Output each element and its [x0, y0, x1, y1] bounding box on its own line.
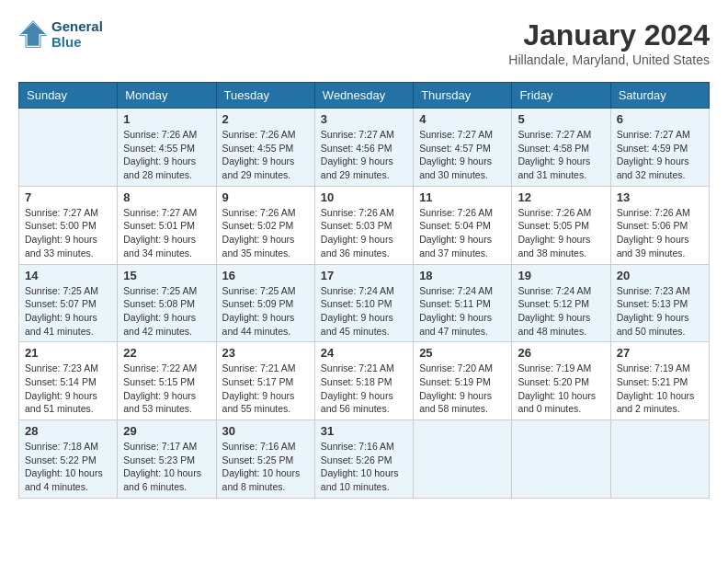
day-number: 22 [123, 346, 210, 360]
calendar-cell: 27Sunrise: 7:19 AM Sunset: 5:21 PM Dayli… [610, 342, 709, 420]
day-info: Sunrise: 7:26 AM Sunset: 5:04 PM Dayligh… [419, 206, 506, 260]
day-number: 16 [222, 269, 309, 282]
day-info: Sunrise: 7:17 AM Sunset: 5:23 PM Dayligh… [123, 440, 210, 494]
calendar-cell: 13Sunrise: 7:26 AM Sunset: 5:06 PM Dayli… [610, 186, 709, 264]
day-number: 23 [222, 346, 309, 360]
day-info: Sunrise: 7:21 AM Sunset: 5:17 PM Dayligh… [222, 362, 309, 416]
day-number: 25 [419, 346, 506, 360]
calendar-cell: 7Sunrise: 7:27 AM Sunset: 5:00 PM Daylig… [19, 186, 118, 264]
day-number: 27 [617, 346, 703, 360]
calendar-cell: 2Sunrise: 7:26 AM Sunset: 4:55 PM Daylig… [216, 109, 314, 187]
day-number: 4 [419, 112, 506, 126]
calendar-cell [512, 420, 610, 499]
calendar-cell: 19Sunrise: 7:24 AM Sunset: 5:12 PM Dayli… [512, 264, 610, 342]
calendar-cell: 20Sunrise: 7:23 AM Sunset: 5:13 PM Dayli… [610, 264, 709, 342]
calendar-cell: 9Sunrise: 7:26 AM Sunset: 5:02 PM Daylig… [216, 186, 314, 264]
calendar-cell [610, 420, 709, 499]
day-info: Sunrise: 7:25 AM Sunset: 5:08 PM Dayligh… [123, 284, 210, 339]
day-info: Sunrise: 7:26 AM Sunset: 4:55 PM Dayligh… [123, 128, 210, 182]
header-friday: Friday [512, 83, 610, 109]
day-number: 21 [25, 346, 111, 360]
calendar-cell: 18Sunrise: 7:24 AM Sunset: 5:11 PM Dayli… [414, 264, 512, 342]
day-info: Sunrise: 7:25 AM Sunset: 5:07 PM Dayligh… [25, 284, 111, 339]
calendar-cell: 24Sunrise: 7:21 AM Sunset: 5:18 PM Dayli… [314, 342, 413, 420]
day-number: 13 [617, 190, 703, 204]
day-info: Sunrise: 7:26 AM Sunset: 4:55 PM Dayligh… [222, 128, 309, 182]
calendar-week-4: 21Sunrise: 7:23 AM Sunset: 5:14 PM Dayli… [19, 342, 710, 420]
calendar-cell: 8Sunrise: 7:27 AM Sunset: 5:01 PM Daylig… [118, 186, 216, 264]
calendar-cell: 5Sunrise: 7:27 AM Sunset: 4:58 PM Daylig… [512, 109, 610, 187]
title-block: January 2024 Hillandale, Maryland, Unite… [508, 18, 710, 67]
calendar-table: SundayMondayTuesdayWednesdayThursdayFrid… [18, 82, 710, 499]
day-info: Sunrise: 7:27 AM Sunset: 4:57 PM Dayligh… [419, 128, 506, 182]
header-tuesday: Tuesday [216, 83, 314, 109]
day-info: Sunrise: 7:26 AM Sunset: 5:03 PM Dayligh… [321, 206, 407, 260]
header-sunday: Sunday [19, 83, 118, 109]
header-thursday: Thursday [414, 83, 512, 109]
day-number: 30 [222, 424, 309, 438]
header-wednesday: Wednesday [314, 83, 413, 109]
day-info: Sunrise: 7:24 AM Sunset: 5:11 PM Dayligh… [419, 284, 506, 339]
day-number: 26 [518, 346, 604, 360]
month-title: January 2024 [508, 18, 710, 52]
day-info: Sunrise: 7:24 AM Sunset: 5:10 PM Dayligh… [321, 284, 407, 339]
day-info: Sunrise: 7:19 AM Sunset: 5:20 PM Dayligh… [518, 362, 604, 416]
calendar-week-2: 7Sunrise: 7:27 AM Sunset: 5:00 PM Daylig… [19, 186, 710, 264]
logo-line1: General [51, 18, 103, 34]
calendar-cell: 3Sunrise: 7:27 AM Sunset: 4:56 PM Daylig… [314, 109, 413, 187]
logo-line2: Blue [51, 34, 103, 50]
day-number: 5 [518, 112, 604, 126]
calendar-cell: 17Sunrise: 7:24 AM Sunset: 5:10 PM Dayli… [314, 264, 413, 342]
day-info: Sunrise: 7:25 AM Sunset: 5:09 PM Dayligh… [222, 284, 309, 339]
day-number: 9 [222, 190, 309, 204]
day-info: Sunrise: 7:23 AM Sunset: 5:14 PM Dayligh… [25, 362, 111, 416]
calendar-week-5: 28Sunrise: 7:18 AM Sunset: 5:22 PM Dayli… [19, 420, 710, 499]
calendar-cell: 11Sunrise: 7:26 AM Sunset: 5:04 PM Dayli… [414, 186, 512, 264]
calendar-cell: 14Sunrise: 7:25 AM Sunset: 5:07 PM Dayli… [19, 264, 118, 342]
day-number: 2 [222, 112, 309, 126]
day-number: 11 [419, 190, 506, 204]
calendar-week-1: 1Sunrise: 7:26 AM Sunset: 4:55 PM Daylig… [19, 109, 710, 187]
calendar-cell: 21Sunrise: 7:23 AM Sunset: 5:14 PM Dayli… [19, 342, 118, 420]
calendar-cell: 15Sunrise: 7:25 AM Sunset: 5:08 PM Dayli… [118, 264, 216, 342]
calendar-week-3: 14Sunrise: 7:25 AM Sunset: 5:07 PM Dayli… [19, 264, 710, 342]
day-info: Sunrise: 7:27 AM Sunset: 5:01 PM Dayligh… [123, 206, 210, 260]
calendar-cell: 12Sunrise: 7:26 AM Sunset: 5:05 PM Dayli… [512, 186, 610, 264]
calendar-cell: 31Sunrise: 7:16 AM Sunset: 5:26 PM Dayli… [314, 420, 413, 499]
day-info: Sunrise: 7:27 AM Sunset: 4:58 PM Dayligh… [518, 128, 604, 182]
day-info: Sunrise: 7:20 AM Sunset: 5:19 PM Dayligh… [419, 362, 506, 416]
day-info: Sunrise: 7:27 AM Sunset: 4:56 PM Dayligh… [321, 128, 407, 182]
day-number: 1 [123, 112, 210, 126]
calendar-cell [19, 109, 118, 187]
calendar-cell: 1Sunrise: 7:26 AM Sunset: 4:55 PM Daylig… [118, 109, 216, 187]
calendar-cell: 29Sunrise: 7:17 AM Sunset: 5:23 PM Dayli… [118, 420, 216, 499]
day-number: 15 [123, 269, 210, 282]
calendar-cell: 10Sunrise: 7:26 AM Sunset: 5:03 PM Dayli… [314, 186, 413, 264]
page-header: General Blue January 2024 Hillandale, Ma… [18, 18, 710, 67]
day-info: Sunrise: 7:27 AM Sunset: 5:00 PM Dayligh… [25, 206, 111, 260]
day-info: Sunrise: 7:27 AM Sunset: 4:59 PM Dayligh… [617, 128, 703, 182]
header-monday: Monday [118, 83, 216, 109]
svg-marker-1 [21, 22, 45, 46]
day-info: Sunrise: 7:26 AM Sunset: 5:05 PM Dayligh… [518, 206, 604, 260]
calendar-cell: 28Sunrise: 7:18 AM Sunset: 5:22 PM Dayli… [19, 420, 118, 499]
day-number: 20 [617, 269, 703, 282]
day-info: Sunrise: 7:23 AM Sunset: 5:13 PM Dayligh… [617, 284, 703, 339]
day-info: Sunrise: 7:18 AM Sunset: 5:22 PM Dayligh… [25, 440, 111, 494]
day-number: 29 [123, 424, 210, 438]
day-number: 6 [617, 112, 703, 126]
calendar-cell: 25Sunrise: 7:20 AM Sunset: 5:19 PM Dayli… [414, 342, 512, 420]
day-number: 17 [321, 269, 407, 282]
day-number: 7 [25, 190, 111, 204]
day-number: 24 [321, 346, 407, 360]
day-number: 14 [25, 269, 111, 282]
calendar-cell: 6Sunrise: 7:27 AM Sunset: 4:59 PM Daylig… [610, 109, 709, 187]
calendar-cell: 26Sunrise: 7:19 AM Sunset: 5:20 PM Dayli… [512, 342, 610, 420]
calendar-cell: 22Sunrise: 7:22 AM Sunset: 5:15 PM Dayli… [118, 342, 216, 420]
day-number: 8 [123, 190, 210, 204]
day-number: 18 [419, 269, 506, 282]
logo: General Blue [18, 18, 103, 50]
calendar-cell [414, 420, 512, 499]
day-info: Sunrise: 7:21 AM Sunset: 5:18 PM Dayligh… [321, 362, 407, 416]
day-info: Sunrise: 7:26 AM Sunset: 5:06 PM Dayligh… [617, 206, 703, 260]
